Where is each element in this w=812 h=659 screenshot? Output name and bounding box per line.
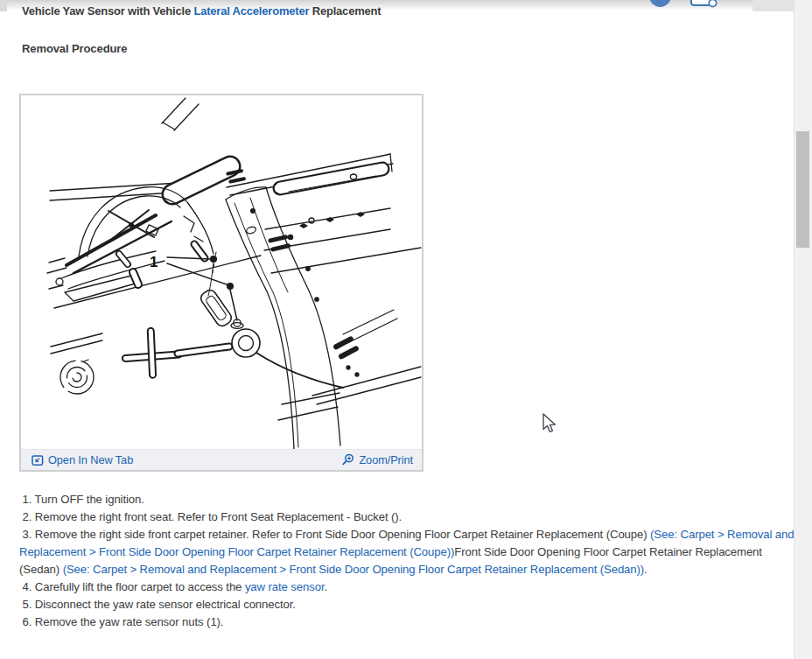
procedure-step: 1. Turn OFF the ignition. bbox=[19, 491, 794, 508]
zoom-print-link[interactable]: Zoom/Print bbox=[341, 453, 413, 466]
step-text: 1. Turn OFF the ignition. bbox=[19, 493, 144, 506]
step-text: 4. Carefully lift the floor carpet to ac… bbox=[19, 580, 245, 593]
title-link-lateral-accelerometer[interactable]: Lateral Accelerometer bbox=[193, 4, 309, 18]
figure-callout-label: 1 bbox=[150, 254, 158, 270]
open-in-new-tab-icon bbox=[32, 454, 44, 466]
step-text: 2. Remove the right front seat. Refer to… bbox=[19, 510, 402, 523]
open-in-new-tab-link[interactable]: Open In New Tab bbox=[32, 453, 133, 466]
printer-icon[interactable] bbox=[690, 0, 718, 13]
scrollbar-track[interactable] bbox=[794, 0, 812, 659]
page-title: Vehicle Yaw Sensor with Vehicle Lateral … bbox=[22, 4, 381, 18]
open-in-new-tab-label: Open In New Tab bbox=[48, 453, 133, 466]
inline-link[interactable]: (See: Carpet > Removal and Replacement >… bbox=[63, 563, 644, 576]
section-heading: Removal Procedure bbox=[22, 42, 127, 55]
title-text-post: Replacement bbox=[309, 4, 381, 18]
procedure-step: 5. Disconnect the yaw rate sensor electr… bbox=[19, 596, 794, 613]
figure-diagram: 1 bbox=[21, 95, 422, 449]
scrollbar-thumb[interactable] bbox=[796, 131, 809, 248]
figure-toolbar: Open In New Tab Zoom/Print bbox=[21, 449, 422, 470]
mouse-cursor bbox=[542, 413, 560, 438]
floor-pan-diagram-image: 1 bbox=[21, 95, 422, 449]
step-text: 5. Disconnect the yaw rate sensor electr… bbox=[19, 598, 296, 611]
procedure-steps: 1. Turn OFF the ignition. 2. Remove the … bbox=[19, 491, 794, 631]
step-text: . bbox=[324, 580, 327, 593]
left-corner-strip bbox=[0, 0, 7, 11]
step-text: 3. Remove the right side front carpet re… bbox=[19, 528, 650, 541]
step-text: 6. Remove the yaw rate sensor nuts (1). bbox=[19, 615, 223, 628]
inline-link[interactable]: yaw rate sensor bbox=[245, 580, 325, 593]
step-text: . bbox=[644, 563, 648, 576]
procedure-step: 2. Remove the right front seat. Refer to… bbox=[19, 508, 794, 526]
figure-frame: 1 Open In New Tab Zoom/Print bbox=[19, 94, 424, 472]
procedure-step: 3. Remove the right side front carpet re… bbox=[19, 526, 794, 578]
procedure-step: 6. Remove the yaw rate sensor nuts (1). bbox=[19, 613, 794, 631]
zoom-plus-icon bbox=[341, 453, 354, 466]
title-text-pre: Vehicle Yaw Sensor with Vehicle bbox=[22, 4, 193, 18]
zoom-print-label: Zoom/Print bbox=[359, 453, 413, 466]
procedure-step: 4. Carefully lift the floor carpet to ac… bbox=[19, 578, 794, 596]
